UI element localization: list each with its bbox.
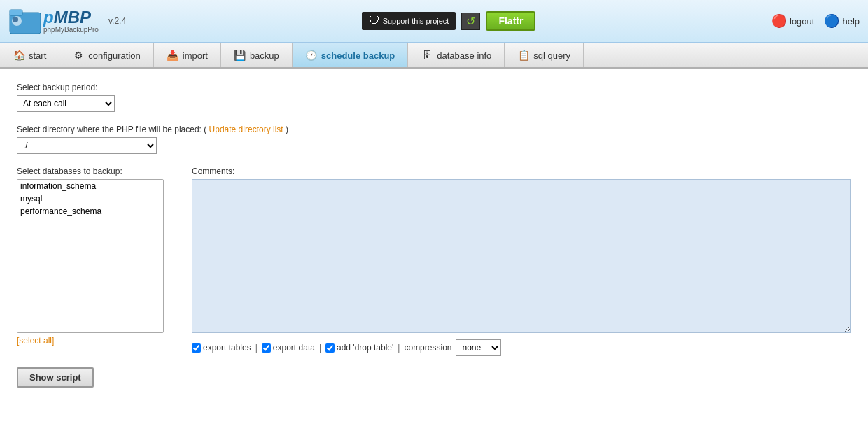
select-all-link[interactable]: [select all] <box>17 336 178 346</box>
export-data-checkbox[interactable] <box>262 343 271 353</box>
main-content: Select backup period: At each call Hourl… <box>0 69 868 402</box>
support-button[interactable]: 🛡 Support this project <box>362 12 456 30</box>
help-link[interactable]: 🔵 help <box>824 13 860 29</box>
svg-rect-1 <box>10 10 22 15</box>
export-tables-checkbox[interactable] <box>192 343 201 353</box>
header-right: 🔴 logout 🔵 help <box>771 13 860 29</box>
databases-column: Select databases to backup: information_… <box>17 166 178 346</box>
nav-label-schedule-backup: schedule backup <box>321 50 395 61</box>
logout-label: logout <box>790 16 814 27</box>
version-label: v.2.4 <box>108 16 126 26</box>
databases-label: Select databases to backup: <box>17 166 178 176</box>
db-option-mysql[interactable]: mysql <box>18 192 163 205</box>
nav-item-start[interactable]: 🏠 start <box>0 43 59 67</box>
compression-select[interactable]: none gzip bzip2 <box>456 339 501 356</box>
options-row: export tables | export data | add 'drop … <box>192 339 851 356</box>
comments-textarea[interactable] <box>192 179 851 333</box>
logo-subtitle: phpMyBackupPro <box>43 26 99 34</box>
help-label: help <box>842 16 860 27</box>
logo-title: pMBP <box>43 9 99 26</box>
nav-item-sql-query[interactable]: 📋 sql query <box>505 43 584 67</box>
logout-link[interactable]: 🔴 logout <box>771 13 814 29</box>
nav-item-import[interactable]: 📥 import <box>154 43 221 67</box>
svg-point-3 <box>13 17 18 22</box>
refresh-button[interactable]: ↺ <box>461 13 480 30</box>
show-script-button[interactable]: Show script <box>17 367 94 388</box>
navbar: 🏠 start ⚙ configuration 📥 import 💾 backu… <box>0 43 868 69</box>
directory-group: Select directory where the PHP file will… <box>17 125 851 154</box>
comments-column: Comments: export tables | export data | … <box>192 166 851 356</box>
backup-period-select[interactable]: At each call Hourly Daily Weekly Monthly <box>17 95 115 112</box>
logo: pMBP phpMyBackupPro <box>8 6 99 36</box>
backup-period-group: Select backup period: At each call Hourl… <box>17 83 851 112</box>
nav-item-schedule-backup[interactable]: 🕐 schedule backup <box>293 43 408 67</box>
add-drop-table-checkbox[interactable] <box>326 343 335 353</box>
support-label: Support this project <box>383 17 449 25</box>
configuration-icon: ⚙ <box>72 49 85 62</box>
logo-text-group: pMBP phpMyBackupPro <box>43 9 99 34</box>
directory-label: Select directory where the PHP file will… <box>17 125 851 134</box>
nav-label-backup: backup <box>250 50 279 61</box>
directory-select[interactable]: ./ ../ /var/www/ /tmp/ <box>17 137 157 154</box>
databases-comments-row: Select databases to backup: information_… <box>17 166 851 356</box>
nav-item-database-info[interactable]: 🗄 database info <box>408 43 505 67</box>
import-icon: 📥 <box>167 49 179 62</box>
nav-label-sql-query: sql query <box>533 50 570 61</box>
schedule-icon: 🕐 <box>305 49 318 62</box>
compression-label: compression <box>404 343 451 353</box>
sep-3: | <box>398 343 400 353</box>
databases-listbox[interactable]: information_schema mysql performance_sch… <box>17 179 164 333</box>
export-tables-label[interactable]: export tables <box>192 343 251 353</box>
start-icon: 🏠 <box>13 49 25 62</box>
nav-label-configuration: configuration <box>88 50 140 61</box>
logo-icon <box>8 6 43 36</box>
db-option-performance-schema[interactable]: performance_schema <box>18 205 163 218</box>
database-info-icon: 🗄 <box>421 49 433 62</box>
header-left: pMBP phpMyBackupPro v.2.4 <box>8 6 126 36</box>
update-directory-link[interactable]: Update directory list <box>209 125 284 134</box>
backup-period-label: Select backup period: <box>17 83 851 92</box>
nav-label-import: import <box>183 50 208 61</box>
nav-label-database-info: database info <box>437 50 491 61</box>
export-data-label[interactable]: export data <box>262 343 315 353</box>
db-option-information-schema[interactable]: information_schema <box>18 180 163 192</box>
nav-item-backup[interactable]: 💾 backup <box>221 43 293 67</box>
nav-item-configuration[interactable]: ⚙ configuration <box>59 43 153 67</box>
flattr-button[interactable]: Flattr <box>486 11 536 31</box>
sql-query-icon: 📋 <box>517 49 530 62</box>
nav-label-start: start <box>29 50 46 61</box>
sep-1: | <box>255 343 258 353</box>
comments-label: Comments: <box>192 166 851 176</box>
add-drop-table-label[interactable]: add 'drop table' <box>326 343 393 353</box>
header-center: 🛡 Support this project ↺ Flattr <box>362 11 536 31</box>
header: pMBP phpMyBackupPro v.2.4 🛡 Support this… <box>0 0 868 43</box>
sep-2: | <box>319 343 321 353</box>
backup-icon: 💾 <box>234 49 246 62</box>
